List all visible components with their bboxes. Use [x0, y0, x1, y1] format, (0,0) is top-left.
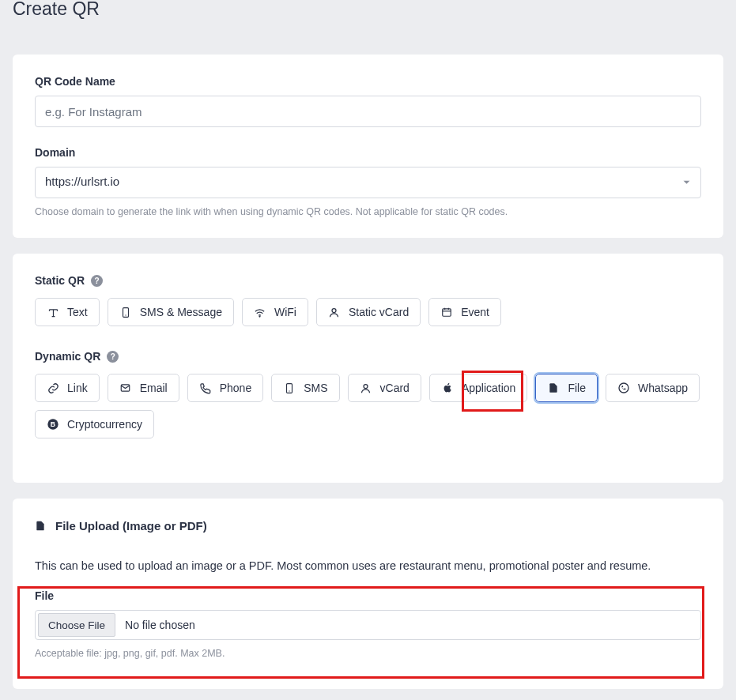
chip-dynamic-file[interactable]: File: [535, 374, 598, 402]
link-icon: [47, 382, 59, 394]
card-file-upload: File Upload (Image or PDF) This can be u…: [13, 499, 723, 689]
svg-point-11: [364, 384, 368, 388]
chip-dynamic-phone[interactable]: Phone: [187, 374, 263, 402]
card-qr-types: Static QR ? Text SMS & Message WiFi: [13, 254, 723, 483]
svg-point-12: [619, 383, 628, 393]
help-icon[interactable]: ?: [107, 351, 119, 363]
bitcoin-icon: B: [47, 418, 59, 431]
chip-label: Static vCard: [349, 307, 409, 318]
choose-file-button[interactable]: Choose File: [38, 613, 115, 637]
desc-file-upload: This can be used to upload an image or a…: [35, 559, 701, 572]
chip-label: vCard: [380, 382, 410, 393]
svg-rect-0: [123, 307, 128, 317]
page-title: Create QR: [0, 0, 736, 21]
file-input[interactable]: Choose File No file chosen: [35, 610, 701, 640]
label-static-qr: Static QR ?: [35, 274, 701, 287]
help-icon[interactable]: ?: [91, 275, 103, 287]
help-file: Acceptable file: jpg, png, gif, pdf. Max…: [35, 648, 701, 659]
label-file: File: [35, 589, 701, 602]
text-icon: [47, 306, 59, 318]
group-qr-name: QR Code Name: [35, 75, 701, 127]
chip-label: File: [568, 382, 586, 393]
chip-label: Email: [140, 382, 168, 393]
label-dynamic-qr: Dynamic QR ?: [35, 350, 701, 363]
email-icon: [119, 382, 132, 394]
input-qr-name[interactable]: [35, 96, 701, 127]
chip-label: Event: [461, 307, 489, 318]
chip-label: WiFi: [274, 307, 296, 318]
label-static-qr-text: Static QR: [35, 274, 85, 287]
chip-label: Phone: [220, 382, 251, 393]
chip-dynamic-vcard[interactable]: vCard: [348, 374, 421, 402]
phone-portrait-icon: [119, 306, 132, 318]
row-dynamic-types: Link Email Phone SMS: [35, 374, 701, 438]
label-dynamic-qr-text: Dynamic QR: [35, 350, 100, 363]
svg-text:B: B: [51, 420, 55, 428]
card-basic-settings: QR Code Name Domain https://urlsrt.io Ch…: [13, 55, 723, 238]
chip-label: Link: [67, 382, 88, 393]
row-static-types: Text SMS & Message WiFi Static vCard: [35, 298, 701, 326]
chip-label: Text: [67, 307, 88, 318]
chip-dynamic-link[interactable]: Link: [35, 374, 100, 402]
chip-static-vcard[interactable]: Static vCard: [316, 298, 421, 326]
chip-dynamic-sms[interactable]: SMS: [271, 374, 339, 402]
chip-label: SMS & Message: [140, 307, 222, 318]
wifi-icon: [254, 306, 266, 318]
file-status-text: No file chosen: [125, 619, 195, 631]
svg-rect-4: [443, 309, 451, 316]
apple-icon: [441, 382, 454, 394]
file-icon: [35, 519, 46, 533]
chip-dynamic-email[interactable]: Email: [108, 374, 179, 402]
chip-label: Application: [462, 382, 516, 393]
person-icon: [328, 306, 341, 318]
heading-file-upload: File Upload (Image or PDF): [35, 519, 701, 533]
phone-portrait-icon: [283, 382, 296, 394]
chip-static-event[interactable]: Event: [428, 298, 501, 326]
group-file: File Choose File No file chosen Acceptab…: [35, 589, 701, 659]
label-qr-name: QR Code Name: [35, 75, 701, 88]
calendar-icon: [440, 306, 453, 318]
chip-dynamic-application[interactable]: Application: [429, 374, 528, 402]
chip-label: Whatsapp: [638, 382, 688, 393]
chip-static-wifi[interactable]: WiFi: [242, 298, 308, 326]
label-domain: Domain: [35, 146, 701, 159]
chip-dynamic-crypto[interactable]: B Cryptocurrency: [35, 410, 154, 438]
heading-file-upload-text: File Upload (Image or PDF): [55, 519, 207, 533]
group-domain: Domain https://urlsrt.io Choose domain t…: [35, 146, 701, 217]
person-icon: [360, 382, 372, 394]
select-domain-wrap: https://urlsrt.io: [35, 167, 701, 198]
chip-dynamic-whatsapp[interactable]: Whatsapp: [606, 374, 700, 402]
whatsapp-icon: [617, 382, 630, 394]
svg-point-2: [259, 316, 260, 317]
chip-static-text[interactable]: Text: [35, 298, 100, 326]
chip-label: SMS: [304, 382, 327, 393]
chip-label: Cryptocurrency: [67, 419, 142, 430]
file-icon: [547, 382, 560, 394]
phone-icon: [199, 382, 212, 394]
svg-rect-9: [287, 383, 293, 393]
select-domain[interactable]: https://urlsrt.io: [35, 167, 701, 198]
svg-point-3: [332, 308, 336, 312]
chip-static-sms[interactable]: SMS & Message: [108, 298, 234, 326]
help-domain: Choose domain to generate the link with …: [35, 206, 701, 217]
